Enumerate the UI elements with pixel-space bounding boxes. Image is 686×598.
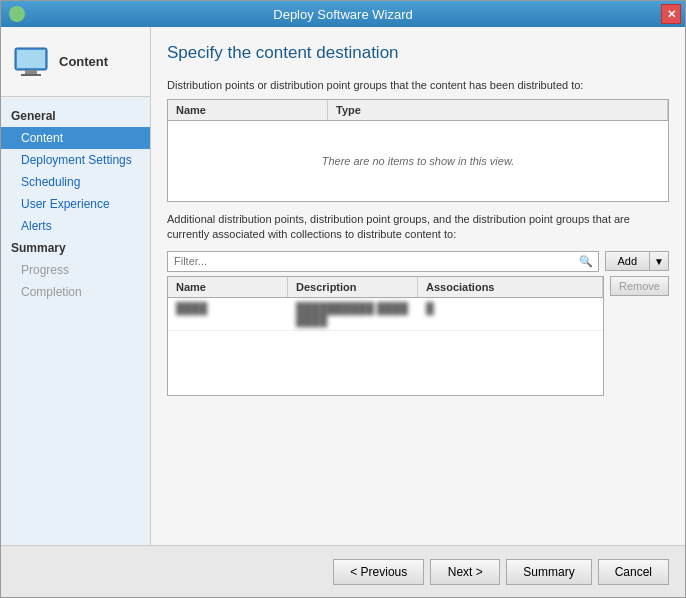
sidebar-item-deployment-settings[interactable]: Deployment Settings xyxy=(1,149,150,171)
sidebar-item-progress[interactable]: Progress xyxy=(1,259,150,281)
window-title: Deploy Software Wizard xyxy=(273,7,412,22)
upper-description: Distribution points or distribution poin… xyxy=(167,79,669,91)
action-buttons: Remove xyxy=(610,276,669,296)
sidebar: Content General Content Deployment Setti… xyxy=(1,27,151,545)
cancel-button[interactable]: Cancel xyxy=(598,559,669,585)
filter-row: 🔍 Add ▼ xyxy=(167,251,669,272)
svg-rect-1 xyxy=(17,50,45,68)
title-bar: Deploy Software Wizard ✕ xyxy=(1,1,685,27)
wizard-window: Deploy Software Wizard ✕ Content General… xyxy=(0,0,686,598)
sidebar-item-alerts[interactable]: Alerts xyxy=(1,215,150,237)
nav-group-summary: Summary xyxy=(1,237,150,259)
sidebar-item-user-experience[interactable]: User Experience xyxy=(1,193,150,215)
row-description: ██████████ ████ ████ xyxy=(288,300,418,328)
summary-button[interactable]: Summary xyxy=(506,559,591,585)
upper-col-name: Name xyxy=(168,100,328,120)
sidebar-item-content[interactable]: Content xyxy=(1,127,150,149)
lower-description: Additional distribution points, distribu… xyxy=(167,212,669,243)
lower-section: Name Description Associations ████ █████… xyxy=(167,276,669,396)
filter-input[interactable] xyxy=(168,252,574,270)
content-area: Content General Content Deployment Setti… xyxy=(1,27,685,545)
main-panel: Specify the content destination Distribu… xyxy=(151,27,685,545)
lower-col-description: Description xyxy=(288,277,418,297)
row-name: ████ xyxy=(168,300,288,328)
row-associations: █ xyxy=(418,300,603,328)
upper-table-body: There are no items to show in this view. xyxy=(168,121,668,201)
sidebar-header-text: Content xyxy=(59,54,108,69)
filter-input-wrapper: 🔍 xyxy=(167,251,599,272)
sidebar-nav: General Content Deployment Settings Sche… xyxy=(1,97,150,311)
add-dropdown-button[interactable]: ▼ xyxy=(649,251,669,271)
upper-col-type: Type xyxy=(328,100,668,120)
search-icon: 🔍 xyxy=(574,252,598,271)
sidebar-item-completion[interactable]: Completion xyxy=(1,281,150,303)
nav-group-general: General xyxy=(1,105,150,127)
previous-button[interactable]: < Previous xyxy=(333,559,424,585)
add-button-group: Add ▼ xyxy=(605,251,669,271)
svg-rect-3 xyxy=(21,74,41,76)
remove-button[interactable]: Remove xyxy=(610,276,669,296)
upper-table: Name Type There are no items to show in … xyxy=(167,99,669,202)
next-button[interactable]: Next > xyxy=(430,559,500,585)
empty-message: There are no items to show in this view. xyxy=(322,155,515,167)
app-icon xyxy=(9,6,25,22)
lower-table-header: Name Description Associations xyxy=(168,277,603,298)
sidebar-item-scheduling[interactable]: Scheduling xyxy=(1,171,150,193)
lower-table: Name Description Associations ████ █████… xyxy=(167,276,604,396)
table-row[interactable]: ████ ██████████ ████ ████ █ xyxy=(168,298,603,331)
lower-col-name: Name xyxy=(168,277,288,297)
svg-rect-2 xyxy=(25,70,37,74)
add-button[interactable]: Add xyxy=(605,251,650,271)
upper-table-header: Name Type xyxy=(168,100,668,121)
close-button[interactable]: ✕ xyxy=(661,4,681,24)
footer: < Previous Next > Summary Cancel xyxy=(1,545,685,597)
lower-col-associations: Associations xyxy=(418,277,603,297)
computer-icon xyxy=(11,42,51,82)
page-title: Specify the content destination xyxy=(167,43,669,63)
sidebar-header: Content xyxy=(1,27,150,97)
